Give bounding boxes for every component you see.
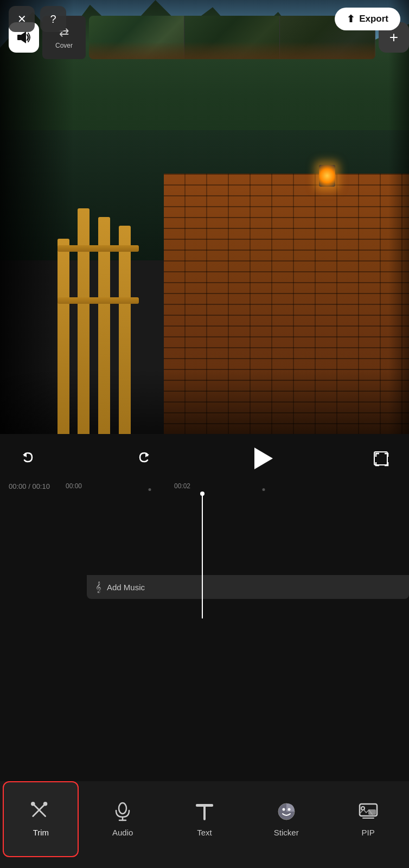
time-mark-0: 00:00 <box>66 482 82 490</box>
export-label: Export <box>359 14 388 24</box>
tool-audio[interactable]: Audio <box>85 781 161 857</box>
play-button[interactable] <box>247 443 277 474</box>
tool-text[interactable]: Text <box>167 781 242 857</box>
pip-icon <box>359 802 378 824</box>
time-dot-1 <box>149 488 151 491</box>
close-icon: ✕ <box>17 12 27 25</box>
help-button[interactable]: ? <box>40 6 66 32</box>
redo-icon <box>136 450 152 467</box>
fullscreen-icon <box>374 451 388 465</box>
current-time-display: 00:00 / 00:10 <box>9 482 74 490</box>
text-icon <box>195 802 214 824</box>
time-mark-2: 00:02 <box>174 482 190 490</box>
sticker-label: Sticker <box>274 828 299 837</box>
svg-point-15 <box>287 808 290 810</box>
close-button[interactable]: ✕ <box>9 6 35 32</box>
add-music-label: Add Music <box>107 583 145 592</box>
playhead-dot <box>200 492 204 496</box>
redo-button[interactable] <box>132 446 156 470</box>
audio-label: Audio <box>112 828 133 837</box>
music-track[interactable]: 𝄞 Add Music <box>87 575 409 599</box>
play-icon <box>254 448 273 469</box>
tool-pip[interactable]: PIP <box>330 781 406 857</box>
top-bar: ✕ ? ⬆ Export <box>0 0 409 38</box>
svg-point-7 <box>43 802 48 806</box>
undo-icon <box>20 450 36 467</box>
export-icon: ⬆ <box>347 13 355 25</box>
sticker-icon <box>277 802 296 824</box>
text-label: Text <box>197 828 212 837</box>
help-icon: ? <box>50 13 56 25</box>
audio-icon <box>113 802 132 824</box>
pip-label: PIP <box>361 828 374 837</box>
trim-label: Trim <box>33 828 49 837</box>
export-button[interactable]: ⬆ Export <box>335 8 400 30</box>
trim-icon <box>31 802 50 824</box>
undo-button[interactable] <box>16 446 40 470</box>
tool-sticker[interactable]: Sticker <box>248 781 324 857</box>
tool-trim[interactable]: Trim <box>3 781 79 857</box>
bottom-toolbar: Trim Audio Text <box>0 781 409 868</box>
markers-area: 00:00 00:02 <box>74 478 400 494</box>
time-dot-3 <box>263 488 265 491</box>
svg-point-8 <box>119 803 126 814</box>
time-marker-container: 00:00 / 00:10 00:00 00:02 <box>0 478 409 494</box>
lantern <box>319 165 335 187</box>
music-note-icon: 𝄞 <box>95 582 101 593</box>
fullscreen-button[interactable] <box>369 446 393 470</box>
playback-controls <box>0 439 409 477</box>
svg-point-14 <box>282 808 285 810</box>
cover-label: Cover <box>55 42 73 49</box>
top-bar-left: ✕ ? <box>9 6 66 32</box>
playhead <box>202 494 203 618</box>
svg-point-6 <box>31 802 35 806</box>
